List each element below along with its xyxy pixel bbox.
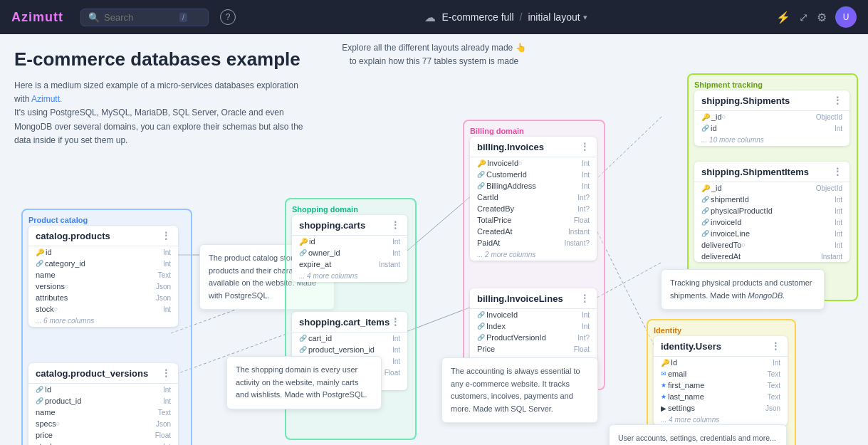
page-title: E-commerce databases example bbox=[14, 48, 313, 70]
table-menu[interactable]: ⋮ bbox=[161, 367, 171, 379]
table-menu[interactable]: ⋮ bbox=[580, 141, 590, 152]
help-icon[interactable]: ? bbox=[220, 9, 236, 25]
table-row: price Float bbox=[28, 429, 178, 441]
center-info-line2: to explain how this 77 tables system is … bbox=[342, 55, 525, 68]
more-columns: ... 6 more columns bbox=[28, 315, 178, 327]
table-menu[interactable]: ⋮ bbox=[390, 316, 400, 328]
header-actions: ⚡ ⤢ ⚙ U bbox=[776, 6, 857, 28]
table-row: 🔗Id Int bbox=[28, 384, 178, 395]
table-row: CreatedAt Instant bbox=[470, 226, 597, 237]
canvas: Explore all the different layouts alread… bbox=[0, 34, 868, 445]
link-icon: 🔗 bbox=[299, 335, 307, 342]
table-name: identity.Users bbox=[661, 341, 721, 352]
link-icon: 🔗 bbox=[299, 249, 307, 256]
key-icon: 🔑 bbox=[299, 238, 308, 246]
table-menu[interactable]: ⋮ bbox=[390, 219, 400, 231]
table-row: Price Float bbox=[470, 343, 597, 355]
table-row: 🔑_id ObjectId bbox=[694, 182, 849, 194]
table-row: 🔑InvoiceId○ Int bbox=[470, 157, 597, 169]
link-icon: 🔗 bbox=[299, 346, 307, 353]
key-icon: 🔑 bbox=[661, 359, 669, 367]
table-row: 🔗id Int bbox=[694, 122, 849, 134]
table-row: 🔗CustomerId Int bbox=[470, 169, 597, 180]
table-row: ★last_name Text bbox=[654, 391, 788, 402]
tooltip-shipment: Tracking physical products and customer … bbox=[661, 269, 825, 310]
link-icon: 🔗 bbox=[701, 207, 709, 214]
table-menu[interactable]: ⋮ bbox=[832, 95, 842, 106]
cloud-icon: ☁ bbox=[424, 11, 436, 24]
table-row: CartId Int? bbox=[470, 192, 597, 203]
more-columns: ... 4 more columns bbox=[292, 270, 407, 282]
table-row: CreatedBy Int? bbox=[470, 203, 597, 214]
table-row: 🔗cart_id Int bbox=[292, 333, 407, 344]
table-row: 🔗category_id Int bbox=[28, 258, 178, 269]
link-icon: 🔗 bbox=[701, 196, 709, 203]
table-row: 🔗physicalProductId Int bbox=[694, 205, 849, 216]
table-row: versions○ Json bbox=[28, 281, 178, 292]
link-icon: 🔗 bbox=[36, 260, 43, 267]
table-row: 🔗ProductVersionId Int? bbox=[470, 332, 597, 343]
table-row: 🔑id Int bbox=[28, 246, 178, 258]
table-shopping-carts[interactable]: shopping.carts ⋮ 🔑id Int 🔗owner_id Int e… bbox=[292, 215, 407, 282]
table-row: 🔗invoiceId Int bbox=[694, 216, 849, 228]
table-catalog-product-versions[interactable]: catalog.product_versions ⋮ 🔗Id Int 🔗prod… bbox=[28, 363, 178, 445]
table-row: 🔗product_version_id Int bbox=[292, 344, 407, 355]
link-icon: 🔗 bbox=[477, 323, 485, 330]
link-icon: ★ bbox=[661, 393, 666, 400]
table-menu[interactable]: ⋮ bbox=[580, 293, 590, 304]
table-row: 🔗product_id Int bbox=[28, 395, 178, 407]
info-panel: E-commerce databases example Here is a m… bbox=[14, 48, 313, 147]
table-menu[interactable]: ⋮ bbox=[161, 230, 171, 241]
link-icon: 🔗 bbox=[36, 397, 43, 404]
table-name: catalog.products bbox=[36, 231, 110, 241]
table-row: name Text bbox=[28, 269, 178, 281]
domain-product-catalog: Product catalog catalog.products ⋮ 🔑id I… bbox=[21, 209, 192, 445]
table-name: shopping.carts bbox=[299, 220, 365, 231]
table-identity-users[interactable]: identity.Users ⋮ 🔑Id Int ✉email Text ★fi… bbox=[654, 336, 788, 426]
link-icon: 🔗 bbox=[477, 182, 485, 189]
tooltip-billing: The accounting is always essential to an… bbox=[441, 357, 598, 423]
search-icon: 🔍 bbox=[88, 12, 100, 23]
table-name: billing.InvoiceLines bbox=[477, 293, 563, 304]
table-name: shipping.ShipmentItems bbox=[701, 167, 809, 177]
link-icon: ★ bbox=[661, 382, 666, 389]
table-row: 🔑Id Int bbox=[654, 357, 788, 368]
domain-billing: Billing domain billing.Invoices ⋮ 🔑Invoi… bbox=[463, 120, 605, 390]
table-row: specs○ Json bbox=[28, 418, 178, 429]
table-name: catalog.product_versions bbox=[36, 368, 148, 379]
table-row: expire_at Instant bbox=[292, 258, 407, 270]
table-name: shopping.cart_items bbox=[299, 317, 389, 328]
table-row: 🔑id Int bbox=[292, 236, 407, 247]
link-icon: 🔗 bbox=[477, 311, 485, 318]
search-bar[interactable]: 🔍 / bbox=[80, 9, 209, 26]
azimutt-link[interactable]: Azimutt. bbox=[31, 94, 62, 104]
bolt-icon[interactable]: ⚡ bbox=[776, 11, 790, 24]
table-row: PaidAt Instant? bbox=[470, 237, 597, 248]
table-row: 🔗invoiceLine Int bbox=[694, 228, 849, 239]
avatar[interactable]: U bbox=[835, 6, 857, 28]
table-catalog-products[interactable]: catalog.products ⋮ 🔑id Int 🔗category_id … bbox=[28, 226, 178, 327]
info-desc: Here is a medium sized example of a micr… bbox=[14, 79, 313, 147]
more-columns: ... 2 more columns bbox=[470, 248, 597, 261]
link-icon: 🔗 bbox=[477, 171, 485, 178]
table-shipping-shipments[interactable]: shipping.Shipments ⋮ 🔑_id○ ObjectId 🔗id … bbox=[694, 90, 849, 146]
share-icon[interactable]: ⤢ bbox=[799, 11, 808, 24]
table-row: 🔗BillingAddress Int bbox=[470, 180, 597, 192]
table-billing-invoices[interactable]: billing.Invoices ⋮ 🔑InvoiceId○ Int 🔗Cust… bbox=[470, 137, 597, 261]
search-input[interactable] bbox=[104, 12, 175, 23]
domain-shopping-label: Shopping domain bbox=[292, 205, 409, 214]
logo: Azimutt bbox=[11, 10, 63, 25]
table-menu[interactable]: ⋮ bbox=[770, 340, 780, 352]
table-row: ✉email Text bbox=[654, 368, 788, 379]
table-row: 🔗shipmentId Int bbox=[694, 194, 849, 205]
key-icon: 🔑 bbox=[701, 184, 710, 192]
table-menu[interactable]: ⋮ bbox=[832, 166, 842, 177]
table-name: shipping.Shipments bbox=[701, 95, 790, 106]
layout-name[interactable]: initial layout ▾ bbox=[528, 11, 587, 23]
center-info: Explore all the different layouts alread… bbox=[342, 41, 525, 68]
table-row: ▶settings Json bbox=[654, 402, 788, 414]
project-name[interactable]: E-commerce full bbox=[441, 11, 513, 23]
table-shipping-shipment-items[interactable]: shipping.ShipmentItems ⋮ 🔑_id ObjectId 🔗… bbox=[694, 162, 849, 262]
domain-identity-label: Identity bbox=[654, 326, 789, 335]
settings-icon[interactable]: ⚙ bbox=[817, 11, 827, 24]
